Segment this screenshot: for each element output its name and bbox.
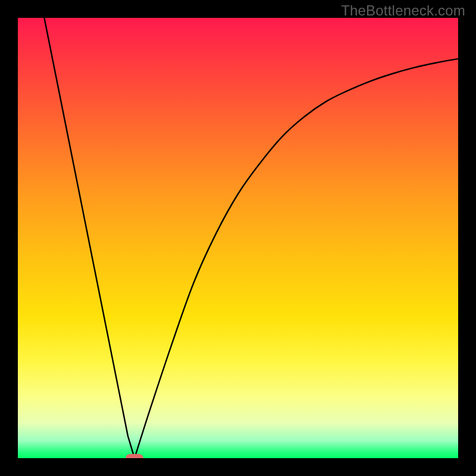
chart-frame: TheBottleneck.com: [0, 0, 476, 476]
watermark-label: TheBottleneck.com: [341, 2, 465, 19]
bottleneck-curves-svg: [18, 18, 458, 458]
curve-right-branch: [134, 59, 458, 458]
plot-area: [18, 18, 458, 458]
vertex-marker: [126, 454, 143, 458]
curve-left-branch: [44, 18, 134, 458]
